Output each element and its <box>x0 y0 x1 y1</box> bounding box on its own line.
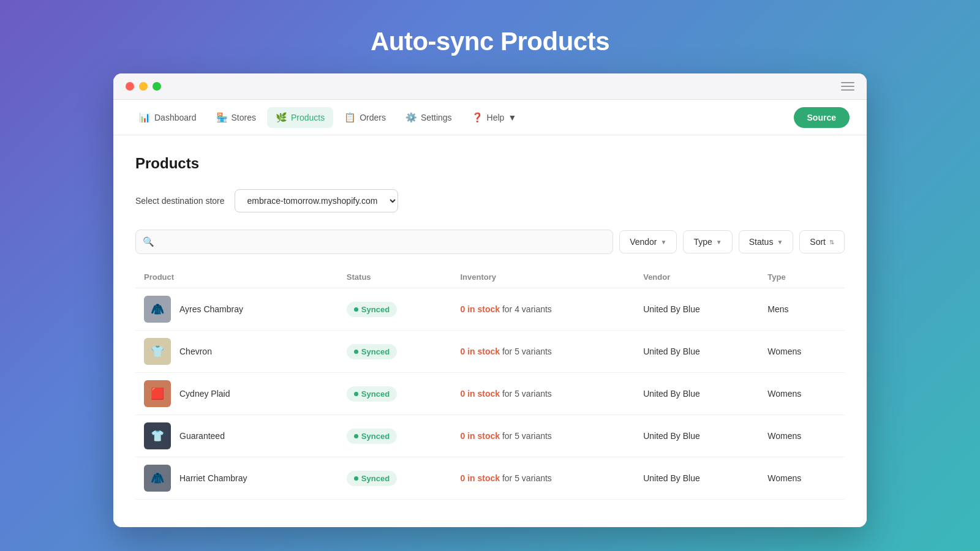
source-button[interactable]: Source <box>794 107 850 128</box>
status-filter-chevron-icon: ▼ <box>777 239 783 246</box>
search-container: 🔍 <box>135 230 613 254</box>
cell-inventory-1: 0 in stock for 4 variants <box>451 288 635 331</box>
inventory-text-4: 0 in stock for 5 variants <box>460 431 551 441</box>
main-content: Products Select destination store embrac… <box>113 135 867 527</box>
status-badge-3: Synced <box>347 386 397 402</box>
hamburger-icon[interactable] <box>841 82 854 91</box>
cell-vendor-3: United By Blue <box>635 373 759 415</box>
title-bar <box>113 73 867 100</box>
maximize-window-button[interactable] <box>153 82 161 91</box>
cell-inventory-2: 0 in stock for 5 variants <box>451 331 635 373</box>
nav-item-products[interactable]: 🌿 Products <box>267 107 333 128</box>
stock-zero-1: 0 in stock <box>460 304 500 314</box>
inventory-text-5: 0 in stock for 5 variants <box>460 473 551 483</box>
type-filter-chevron-icon: ▼ <box>716 239 722 246</box>
products-table: Product Status Inventory Vendor Type 🧥 A… <box>135 266 845 500</box>
synced-dot-1 <box>354 307 358 312</box>
nav-label-products: Products <box>291 113 325 122</box>
table-row[interactable]: 🧥 Ayres Chambray Synced 0 in stock for 4… <box>135 288 845 331</box>
status-badge-4: Synced <box>347 429 397 444</box>
product-thumb-2: 👕 <box>144 338 171 365</box>
nav-label-help: Help <box>487 113 505 122</box>
help-icon: ❓ <box>472 112 483 123</box>
col-header-vendor: Vendor <box>635 266 759 288</box>
filter-bar: 🔍 Vendor ▼ Type ▼ Status ▼ Sort ⇅ <box>135 230 845 254</box>
table-header: Product Status Inventory Vendor Type <box>135 266 845 288</box>
product-thumb-4: 👕 <box>144 422 171 449</box>
cell-vendor-2: United By Blue <box>635 331 759 373</box>
synced-dot-2 <box>354 350 358 354</box>
table-row[interactable]: 🧥 Harriet Chambray Synced 0 in stock for… <box>135 457 845 500</box>
product-name-4: Guaranteed <box>179 431 225 441</box>
store-selector-label: Select destination store <box>135 196 225 206</box>
product-name-3: Cydney Plaid <box>179 389 230 399</box>
product-thumb-1: 🧥 <box>144 296 171 323</box>
product-thumb-3: 🟥 <box>144 380 171 407</box>
sort-filter-label: Sort <box>810 237 826 247</box>
cell-inventory-5: 0 in stock for 5 variants <box>451 457 635 500</box>
sort-filter-button[interactable]: Sort ⇅ <box>799 230 845 253</box>
nav-item-settings[interactable]: ⚙️ Settings <box>397 107 461 128</box>
dashboard-icon: 📊 <box>139 112 151 123</box>
nav-label-orders: Orders <box>360 113 386 122</box>
stock-zero-2: 0 in stock <box>460 347 500 356</box>
cell-type-1: Mens <box>759 288 845 331</box>
table-row[interactable]: 🟥 Cydney Plaid Synced 0 in stock for 5 v… <box>135 373 845 415</box>
cell-product-5: 🧥 Harriet Chambray <box>135 457 338 500</box>
nav-label-stores: Stores <box>232 113 256 122</box>
type-filter-button[interactable]: Type ▼ <box>683 230 732 253</box>
page-title: Auto-sync Products <box>371 27 609 56</box>
status-badge-2: Synced <box>347 344 397 359</box>
nav-item-orders[interactable]: 📋 Orders <box>336 107 394 128</box>
col-header-product: Product <box>135 266 338 288</box>
inventory-text-1: 0 in stock for 4 variants <box>460 304 551 314</box>
col-header-type: Type <box>759 266 845 288</box>
stock-zero-5: 0 in stock <box>460 473 500 483</box>
synced-dot-4 <box>354 434 358 438</box>
type-filter-label: Type <box>693 237 712 247</box>
product-name-5: Harriet Chambray <box>179 473 247 483</box>
cell-status-5: Synced <box>338 457 452 500</box>
store-select[interactable]: embrace-tomorrow.myshopify.com <box>235 189 398 212</box>
vendor-filter-button[interactable]: Vendor ▼ <box>619 230 677 253</box>
nav-label-dashboard: Dashboard <box>154 113 197 122</box>
minimize-window-button[interactable] <box>139 82 148 91</box>
cell-inventory-3: 0 in stock for 5 variants <box>451 373 635 415</box>
col-header-inventory: Inventory <box>451 266 635 288</box>
products-tbody: 🧥 Ayres Chambray Synced 0 in stock for 4… <box>135 288 845 500</box>
nav-label-settings: Settings <box>421 113 452 122</box>
product-thumb-5: 🧥 <box>144 465 171 492</box>
table-row[interactable]: 👕 Chevron Synced 0 in stock for 5 varian… <box>135 331 845 373</box>
settings-icon: ⚙️ <box>405 112 417 123</box>
orders-icon: 📋 <box>344 112 356 123</box>
stock-zero-4: 0 in stock <box>460 431 500 441</box>
products-icon: 🌿 <box>276 112 287 123</box>
nav-item-help[interactable]: ❓ Help ▼ <box>463 107 526 128</box>
sort-filter-chevron-icon: ⇅ <box>829 239 834 246</box>
status-badge-5: Synced <box>347 471 397 486</box>
table-row[interactable]: 👕 Guaranteed Synced 0 in stock for 5 var… <box>135 415 845 457</box>
cell-status-3: Synced <box>338 373 452 415</box>
synced-dot-3 <box>354 392 358 396</box>
close-window-button[interactable] <box>126 82 134 91</box>
cell-inventory-4: 0 in stock for 5 variants <box>451 415 635 457</box>
status-filter-label: Status <box>749 237 774 247</box>
cell-product-3: 🟥 Cydney Plaid <box>135 373 338 415</box>
nav-items: 📊 Dashboard 🏪 Stores 🌿 Products 📋 Orders… <box>130 107 794 128</box>
cell-vendor-4: United By Blue <box>635 415 759 457</box>
status-filter-button[interactable]: Status ▼ <box>739 230 794 253</box>
search-input[interactable] <box>135 230 613 254</box>
cell-product-2: 👕 Chevron <box>135 331 338 373</box>
status-badge-1: Synced <box>347 302 397 317</box>
nav-item-stores[interactable]: 🏪 Stores <box>208 107 265 128</box>
cell-type-4: Womens <box>759 415 845 457</box>
cell-vendor-5: United By Blue <box>635 457 759 500</box>
search-icon: 🔍 <box>143 236 154 247</box>
cell-status-1: Synced <box>338 288 452 331</box>
nav-item-dashboard[interactable]: 📊 Dashboard <box>130 107 205 128</box>
cell-product-1: 🧥 Ayres Chambray <box>135 288 338 331</box>
cell-type-3: Womens <box>759 373 845 415</box>
store-selector-row: Select destination store embrace-tomorro… <box>135 189 845 212</box>
synced-dot-5 <box>354 476 358 481</box>
cell-type-5: Womens <box>759 457 845 500</box>
